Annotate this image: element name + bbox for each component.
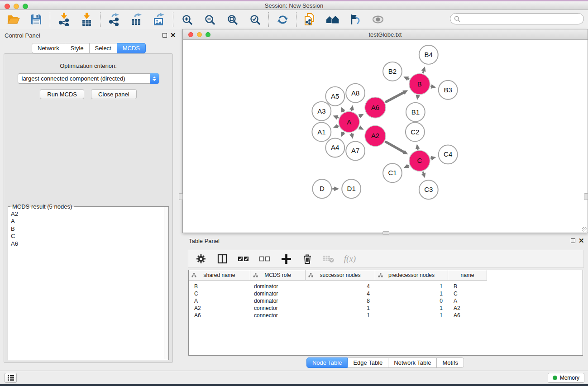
column-header-shared-name[interactable]: shared name bbox=[189, 270, 250, 281]
network-close-button[interactable] bbox=[188, 32, 193, 37]
mcds-result-item[interactable]: B bbox=[11, 225, 168, 233]
table-cell: dominator bbox=[250, 291, 306, 297]
graph-node-label: D1 bbox=[347, 185, 356, 192]
table-cell: A2 bbox=[189, 305, 250, 311]
delete-column-button[interactable] bbox=[301, 252, 314, 266]
zoom-out-button[interactable] bbox=[202, 12, 217, 27]
function-builder-button[interactable]: f(x) bbox=[343, 252, 357, 266]
graph-edge-A2-C[interactable] bbox=[385, 142, 405, 153]
table-cell: A bbox=[448, 298, 487, 304]
export-image-button[interactable] bbox=[152, 12, 167, 27]
splitter-handle-right[interactable] bbox=[584, 193, 588, 200]
refresh-button[interactable] bbox=[275, 12, 290, 27]
open-session-button[interactable] bbox=[6, 12, 21, 27]
main-toolbar bbox=[0, 10, 588, 29]
column-header-mcds-role[interactable]: MCDS role bbox=[250, 270, 306, 281]
run-mcds-button[interactable]: Run MCDS bbox=[40, 89, 84, 99]
graph-edge-arrowhead bbox=[333, 124, 339, 128]
mcds-result-item[interactable]: A2 bbox=[11, 210, 168, 218]
table-cell: A bbox=[189, 298, 250, 304]
maximize-window-button[interactable] bbox=[23, 4, 28, 9]
tab-motifs[interactable]: Motifs bbox=[437, 357, 464, 368]
window-resize-grip[interactable] bbox=[582, 227, 587, 232]
graph-node-label: B1 bbox=[411, 108, 420, 116]
column-type-icon bbox=[308, 273, 313, 278]
zoom-fit-button[interactable] bbox=[225, 12, 240, 27]
table-row[interactable]: Cdominator41C bbox=[189, 290, 583, 297]
graph-node-label: A bbox=[347, 118, 351, 126]
neighborhood-button[interactable] bbox=[325, 12, 340, 27]
birds-eye-view-button[interactable] bbox=[370, 12, 386, 27]
table-cell: B bbox=[189, 283, 250, 290]
graph-node-label: A1 bbox=[317, 128, 325, 136]
window-controls bbox=[5, 4, 28, 9]
tab-edge-table[interactable]: Edge Table bbox=[348, 357, 388, 368]
deselect-all-rows-button[interactable] bbox=[258, 252, 272, 266]
import-table-button[interactable] bbox=[79, 12, 94, 27]
graph-edge-arrowhead bbox=[349, 133, 354, 139]
control-panel-title: Control Panel bbox=[5, 32, 40, 39]
graph-node-label: B3 bbox=[444, 86, 452, 94]
splitter-handle-left[interactable] bbox=[179, 193, 183, 200]
tab-node-table[interactable]: Node Table bbox=[306, 357, 348, 368]
close-window-button[interactable] bbox=[5, 4, 10, 9]
mcds-result-item[interactable]: A6 bbox=[11, 240, 168, 248]
column-header-predecessor-nodes[interactable]: predecessor nodes bbox=[375, 270, 448, 281]
select-all-rows-button[interactable] bbox=[237, 252, 250, 266]
table-cell: A6 bbox=[189, 312, 250, 319]
search-input[interactable] bbox=[463, 15, 583, 22]
network-minimize-button[interactable] bbox=[197, 32, 202, 37]
column-header-name[interactable]: name bbox=[448, 270, 487, 281]
column-header-successor-nodes[interactable]: successor nodes bbox=[306, 270, 375, 281]
tab-style[interactable]: Style bbox=[65, 43, 90, 53]
save-session-button[interactable] bbox=[29, 12, 44, 27]
mcds-result-item[interactable]: A bbox=[11, 218, 168, 225]
task-list-icon bbox=[7, 375, 14, 381]
tab-mcds[interactable]: MCDS bbox=[117, 43, 146, 53]
memory-button[interactable]: Memory bbox=[548, 373, 584, 383]
toggle-graphics-details-icon bbox=[349, 14, 361, 25]
table-row[interactable]: A2connector11A2 bbox=[189, 305, 583, 312]
tab-select[interactable]: Select bbox=[90, 43, 117, 53]
delete-table-icon bbox=[323, 254, 335, 264]
export-network-button[interactable] bbox=[106, 12, 122, 27]
gear-icon bbox=[196, 253, 206, 264]
mcds-result-item[interactable]: C bbox=[11, 233, 168, 240]
optimization-criterion-label: Optimization criterion: bbox=[4, 62, 172, 69]
network-window-controls bbox=[188, 32, 210, 37]
table-panel-close-button[interactable]: ✕ bbox=[578, 238, 584, 243]
tab-network-table[interactable]: Network Table bbox=[388, 357, 437, 368]
graph-node-label: B bbox=[417, 80, 422, 88]
new-network-button[interactable] bbox=[302, 12, 318, 27]
create-column-button[interactable] bbox=[279, 252, 293, 266]
minimize-window-button[interactable] bbox=[14, 4, 19, 9]
mcds-result-scrollbar[interactable] bbox=[164, 207, 168, 359]
import-network-button[interactable] bbox=[56, 12, 72, 27]
control-panel-float-button[interactable] bbox=[163, 33, 167, 38]
table-row[interactable]: Adominator80A bbox=[189, 297, 583, 305]
network-maximize-button[interactable] bbox=[206, 32, 210, 37]
graph-node-label: D bbox=[320, 185, 325, 192]
table-row[interactable]: A6connector11A6 bbox=[189, 312, 583, 319]
table-panel-title: Table Panel bbox=[189, 238, 220, 244]
table-panel-float-button[interactable] bbox=[571, 238, 575, 243]
zoom-in-button[interactable] bbox=[179, 12, 195, 27]
delete-table-button[interactable] bbox=[322, 252, 335, 266]
save-session-icon bbox=[30, 14, 42, 25]
criterion-select[interactable]: largest connected component (directed) bbox=[18, 73, 159, 84]
graph-edge-A6-B[interactable] bbox=[385, 92, 405, 102]
table-settings-button[interactable] bbox=[194, 252, 208, 266]
close-panel-button[interactable]: Close panel bbox=[91, 89, 137, 99]
table-row[interactable]: Bdominator41B bbox=[189, 283, 583, 290]
network-canvas[interactable]: B4B2BB3A5A8A6B1A3AA1C2A2A4A7C4CC1C3DD1 bbox=[183, 40, 588, 233]
zoom-out-icon bbox=[204, 14, 215, 25]
control-panel-close-button[interactable]: ✕ bbox=[170, 33, 176, 38]
tab-network[interactable]: Network bbox=[32, 43, 65, 53]
export-table-button[interactable] bbox=[129, 12, 144, 27]
show-columns-button[interactable] bbox=[215, 252, 229, 266]
table-cell: C bbox=[189, 291, 250, 297]
zoom-selected-button[interactable] bbox=[247, 12, 263, 27]
splitter-handle-bottom[interactable] bbox=[382, 231, 389, 235]
toggle-graphics-details-button[interactable] bbox=[348, 12, 363, 27]
task-history-button[interactable] bbox=[5, 373, 17, 383]
